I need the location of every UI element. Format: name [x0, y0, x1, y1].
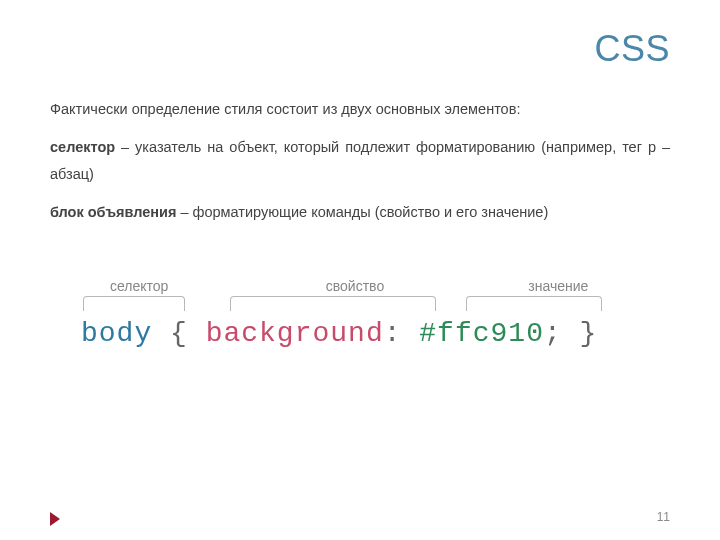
- page-number: 11: [657, 510, 670, 524]
- code-property: background: [206, 318, 384, 349]
- term-declaration: блок объявления: [50, 204, 176, 220]
- bracket-selector: [83, 296, 185, 311]
- body-text: Фактически определение стиля состоит из …: [50, 96, 670, 226]
- play-icon: [50, 512, 60, 526]
- label-value: значение: [437, 278, 640, 294]
- syntax-diagram: селектор свойство значение body { backgr…: [50, 278, 670, 349]
- diagram-brackets: [80, 296, 640, 314]
- paragraph-intro: Фактически определение стиля состоит из …: [50, 96, 670, 124]
- code-value: #ffc910: [419, 318, 544, 349]
- diagram-labels: селектор свойство значение: [80, 278, 640, 294]
- slide: CSS Фактически определение стиля состоит…: [0, 0, 720, 540]
- code-semicolon: ;: [544, 318, 562, 349]
- term-selector: селектор: [50, 139, 115, 155]
- term-selector-def: – указатель на объект, который подлежит …: [50, 139, 670, 183]
- paragraph-selector: селектор – указатель на объект, который …: [50, 134, 670, 189]
- code-colon: :: [384, 318, 402, 349]
- label-selector: селектор: [80, 278, 273, 294]
- bracket-value: [466, 296, 602, 311]
- slide-title: CSS: [50, 28, 670, 70]
- code-example: body { background: #ffc910; }: [79, 318, 641, 349]
- code-brace-close: }: [580, 318, 598, 349]
- code-selector: body: [81, 318, 152, 349]
- bracket-property: [230, 296, 436, 311]
- paragraph-declaration: блок объявления – форматирующие команды …: [50, 199, 670, 227]
- code-brace-open: {: [170, 318, 188, 349]
- label-property: свойство: [273, 278, 436, 294]
- term-declaration-def: – форматирующие команды (свойство и его …: [176, 204, 548, 220]
